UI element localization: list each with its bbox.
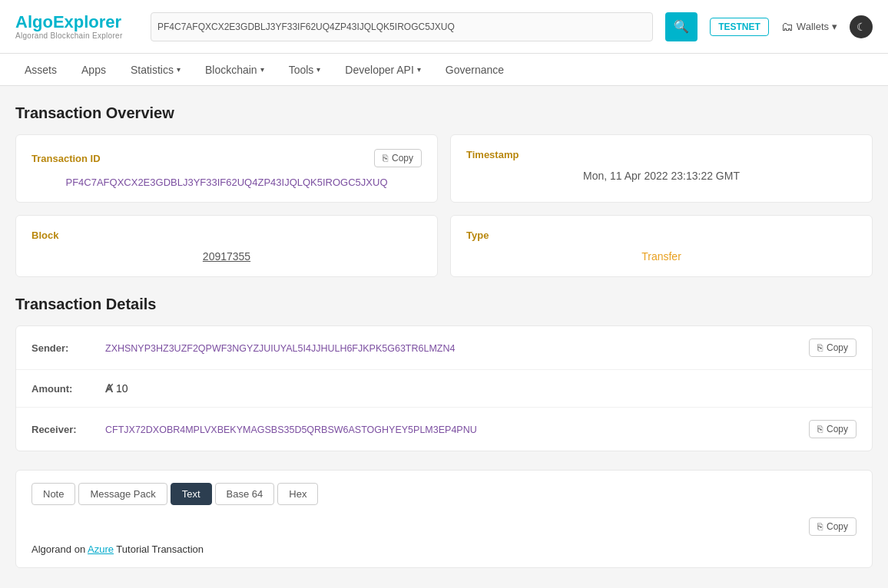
nav-assets-label: Assets <box>25 64 57 76</box>
receiver-address-link[interactable]: CFTJX72DXOBR4MPLVXBEKYMAGSBS35D5QRBSW6AS… <box>105 424 477 435</box>
timestamp-label: Timestamp <box>466 149 519 160</box>
logo-area: AlgoExplorer Algorand Blockchain Explore… <box>15 13 138 40</box>
transaction-id-label-row: Transaction ID ⎘ Copy <box>31 149 422 167</box>
tab-base64[interactable]: Base 64 <box>215 483 275 505</box>
receiver-value-wrapper: CFTJX72DXOBR4MPLVXBEKYMAGSBS35D5QRBSW6AS… <box>105 424 797 435</box>
copy-icon: ⎘ <box>383 153 388 164</box>
overview-row-1: Transaction ID ⎘ Copy PF4C7AFQXCX2E3GDBL… <box>15 134 873 203</box>
tab-note[interactable]: Note <box>31 483 75 505</box>
timestamp-card: Timestamp Mon, 11 Apr 2022 23:13:22 GMT <box>450 134 873 203</box>
sender-copy-label: Copy <box>827 342 848 353</box>
type-label: Type <box>466 230 489 241</box>
note-section: Note Message Pack Text Base 64 Hex ⎘ Cop… <box>15 470 873 568</box>
receiver-copy-button[interactable]: ⎘ Copy <box>809 420 857 438</box>
overview-row-2: Block 20917355 Type Transfer <box>15 215 873 277</box>
nav-item-apps[interactable]: Apps <box>72 61 115 79</box>
type-value-wrapper: Transfer <box>466 250 857 263</box>
tx-id-copy-label: Copy <box>392 153 413 164</box>
wallets-chevron-icon: ▾ <box>832 21 837 32</box>
nav-item-statistics[interactable]: Statistics ▾ <box>121 61 190 79</box>
note-tabs: Note Message Pack Text Base 64 Hex <box>31 483 857 505</box>
receiver-copy-icon: ⎘ <box>817 424 823 434</box>
tools-chevron-icon: ▾ <box>316 65 320 74</box>
receiver-label: Receiver: <box>31 424 93 435</box>
tx-id-copy-button[interactable]: ⎘ Copy <box>374 149 422 167</box>
nav-blockchain-label: Blockchain <box>205 64 257 76</box>
developer-api-chevron-icon: ▾ <box>417 65 421 74</box>
type-value: Transfer <box>641 250 681 263</box>
sender-copy-button[interactable]: ⎘ Copy <box>809 339 857 357</box>
wallets-button[interactable]: 🗂 Wallets ▾ <box>781 20 837 34</box>
nav-item-assets[interactable]: Assets <box>15 61 66 79</box>
logo-text: AlgoExplorer <box>15 13 138 31</box>
transaction-id-label: Transaction ID <box>31 153 101 164</box>
transaction-id-value: PF4C7AFQXCX2E3GDBLJ3YF33IF62UQ4ZP43IJQLQ… <box>65 177 387 188</box>
theme-toggle-button[interactable]: ☾ <box>850 15 873 38</box>
tab-hex[interactable]: Hex <box>277 483 318 505</box>
wallet-icon: 🗂 <box>781 20 794 34</box>
nav-item-governance[interactable]: Governance <box>436 61 513 79</box>
nav-item-tools[interactable]: Tools ▾ <box>280 61 330 79</box>
transaction-details-section: Transaction Details Sender: ZXHSNYP3HZ3U… <box>15 296 873 451</box>
search-input[interactable] <box>157 21 646 32</box>
logo-subtitle: Algorand Blockchain Explorer <box>15 31 138 40</box>
amount-row: Amount: Ⱥ 10 <box>16 370 872 408</box>
block-label: Block <box>31 230 58 241</box>
nav-tools-label: Tools <box>289 64 314 76</box>
search-bar <box>151 12 653 41</box>
main-content: Transaction Overview Transaction ID ⎘ Co… <box>0 86 888 586</box>
blockchain-chevron-icon: ▾ <box>260 65 264 74</box>
block-value-wrapper: 20917355 <box>31 250 422 263</box>
sender-value-wrapper: ZXHSNYP3HZ3UZF2QPWF3NGYZJUIUYAL5I4JJHULH… <box>105 342 797 354</box>
transaction-id-value-wrapper: PF4C7AFQXCX2E3GDBLJ3YF33IF62UQ4ZP43IJQLQ… <box>31 177 422 188</box>
timestamp-label-row: Timestamp <box>466 149 857 160</box>
transaction-id-card: Transaction ID ⎘ Copy PF4C7AFQXCX2E3GDBL… <box>15 134 438 203</box>
amount-label: Amount: <box>31 383 93 395</box>
type-card: Type Transfer <box>450 215 873 277</box>
header: AlgoExplorer Algorand Blockchain Explore… <box>0 0 888 54</box>
sender-copy-icon: ⎘ <box>817 342 823 353</box>
note-copy-row: ⎘ Copy <box>31 517 857 536</box>
navigation: Assets Apps Statistics ▾ Blockchain ▾ To… <box>0 54 888 86</box>
block-value-link[interactable]: 20917355 <box>203 250 250 263</box>
sender-address-link[interactable]: ZXHSNYP3HZ3UZF2QPWF3NGYZJUIUYAL5I4JJHULH… <box>105 343 455 354</box>
nav-governance-label: Governance <box>446 64 504 76</box>
nav-apps-label: Apps <box>81 64 106 76</box>
nav-item-developer-api[interactable]: Developer API ▾ <box>336 61 430 79</box>
search-button[interactable]: 🔍 <box>665 12 697 41</box>
receiver-copy-label: Copy <box>827 424 848 434</box>
note-text-suffix: Tutorial Transaction <box>114 543 204 555</box>
transaction-details-title: Transaction Details <box>15 296 873 313</box>
block-label-row: Block <box>31 230 422 241</box>
transaction-details-card: Sender: ZXHSNYP3HZ3UZF2QPWF3NGYZJUIUYAL5… <box>15 325 873 451</box>
sender-row: Sender: ZXHSNYP3HZ3UZF2QPWF3NGYZJUIUYAL5… <box>16 326 872 370</box>
block-card: Block 20917355 <box>15 215 438 277</box>
note-copy-label: Copy <box>827 521 848 532</box>
theme-icon: ☾ <box>857 21 866 33</box>
statistics-chevron-icon: ▾ <box>177 65 181 74</box>
receiver-row: Receiver: CFTJX72DXOBR4MPLVXBEKYMAGSBS35… <box>16 408 872 451</box>
network-badge[interactable]: TESTNET <box>710 18 769 36</box>
algo-symbol: Ⱥ <box>105 382 113 395</box>
search-icon: 🔍 <box>674 19 689 34</box>
amount-value: 10 <box>116 382 128 395</box>
timestamp-value-wrapper: Mon, 11 Apr 2022 23:13:22 GMT <box>466 170 857 182</box>
sender-label: Sender: <box>31 342 93 354</box>
type-label-row: Type <box>466 230 857 241</box>
note-copy-icon: ⎘ <box>817 521 823 532</box>
nav-item-blockchain[interactable]: Blockchain ▾ <box>196 61 273 79</box>
note-text-prefix: Algorand on <box>31 543 88 555</box>
note-content: Algorand on Azure Tutorial Transaction <box>31 543 857 555</box>
transaction-overview-title: Transaction Overview <box>15 104 873 122</box>
nav-developer-api-label: Developer API <box>345 64 414 76</box>
wallets-label: Wallets <box>797 21 829 32</box>
tab-text[interactable]: Text <box>171 483 212 505</box>
timestamp-value: Mon, 11 Apr 2022 23:13:22 GMT <box>583 170 740 182</box>
nav-statistics-label: Statistics <box>131 64 174 76</box>
amount-value-wrapper: Ⱥ 10 <box>105 382 857 395</box>
tab-message-pack[interactable]: Message Pack <box>78 483 167 505</box>
note-copy-button[interactable]: ⎘ Copy <box>809 517 857 536</box>
note-azure-link[interactable]: Azure <box>88 543 114 555</box>
